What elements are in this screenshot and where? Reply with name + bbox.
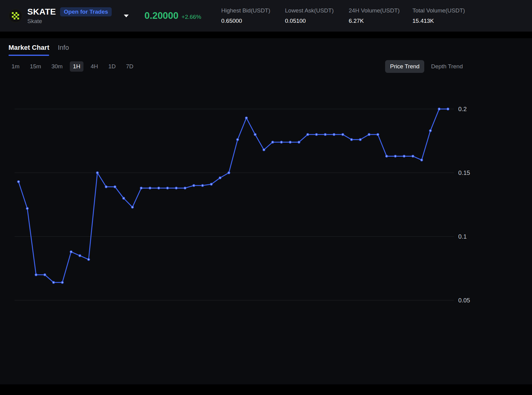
- depth-trend-button[interactable]: Depth Trend: [431, 63, 463, 70]
- stat-highest-bid: Highest Bid(USDT) 0.65000: [221, 7, 275, 24]
- token-group: SKATE Open for Trades Skate: [8, 7, 129, 25]
- stat-label: Lowest Ask(USDT): [285, 7, 339, 14]
- market-stats: Highest Bid(USDT) 0.65000 Lowest Ask(USD…: [221, 7, 466, 24]
- price-group: 0.20000 +2.66%: [144, 10, 201, 21]
- token-meta: SKATE Open for Trades Skate: [27, 7, 112, 25]
- tab-market-chart[interactable]: Market Chart: [8, 44, 49, 56]
- timeframe-7d[interactable]: 7D: [123, 61, 136, 72]
- stat-value: 6.27K: [349, 18, 403, 24]
- chart-controls: 1m 15m 30m 1H 4H 1D 7D Price Trend Depth…: [0, 56, 532, 75]
- trend-toggle: Price Trend Depth Trend: [385, 60, 463, 73]
- timeframe-selector: 1m 15m 30m 1H 4H 1D 7D: [8, 61, 137, 72]
- tab-info[interactable]: Info: [58, 44, 69, 56]
- price-chart-svg[interactable]: 0.20.150.10.05: [0, 75, 532, 384]
- status-badge: Open for Trades: [60, 7, 112, 16]
- tab-bar: Market Chart Info: [0, 38, 532, 56]
- timeframe-15m[interactable]: 15m: [27, 61, 44, 72]
- skate-logo-icon: [8, 9, 22, 23]
- market-selector-chevron-down-icon[interactable]: [124, 15, 129, 17]
- timeframe-1h[interactable]: 1H: [70, 61, 83, 72]
- svg-text:0.15: 0.15: [458, 169, 470, 176]
- stat-label: Highest Bid(USDT): [221, 7, 275, 14]
- main-content: Market Chart Info 1m 15m 30m 1H 4H 1D 7D…: [0, 38, 532, 384]
- stat-value: 0.65000: [221, 18, 275, 24]
- stat-value: 15.413K: [412, 18, 466, 24]
- price-chart[interactable]: 0.20.150.10.05: [0, 75, 532, 384]
- timeframe-1m[interactable]: 1m: [8, 61, 22, 72]
- stat-total-volume: Total Volume(USDT) 15.413K: [412, 7, 466, 24]
- stat-value: 0.05100: [285, 18, 339, 24]
- svg-text:0.05: 0.05: [458, 297, 470, 304]
- stat-lowest-ask: Lowest Ask(USDT) 0.05100: [285, 7, 339, 24]
- token-symbol: SKATE: [27, 7, 56, 17]
- stat-24h-volume: 24H Volume(USDT) 6.27K: [349, 7, 403, 24]
- timeframe-4h[interactable]: 4H: [88, 61, 101, 72]
- market-header: SKATE Open for Trades Skate 0.20000 +2.6…: [0, 0, 532, 32]
- stat-label: 24H Volume(USDT): [349, 7, 403, 14]
- stat-label: Total Volume(USDT): [412, 7, 466, 14]
- price-change-percent: +2.66%: [181, 14, 201, 20]
- timeframe-1d[interactable]: 1D: [105, 61, 119, 72]
- price-trend-button[interactable]: Price Trend: [385, 60, 424, 73]
- timeframe-30m[interactable]: 30m: [48, 61, 66, 72]
- svg-text:0.2: 0.2: [458, 106, 467, 112]
- svg-text:0.1: 0.1: [458, 233, 467, 240]
- token-name: Skate: [27, 18, 112, 25]
- bottom-strip: [0, 384, 532, 394]
- last-price: 0.20000: [144, 10, 178, 21]
